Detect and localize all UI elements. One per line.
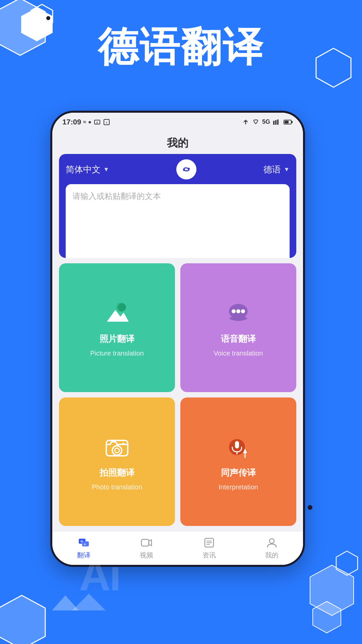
voice-translation-label-en: Voice translation: [214, 350, 263, 357]
picture-translation-label-en: Picture translation: [90, 350, 144, 357]
photo-translation-label-en: Photo translation: [92, 483, 142, 491]
svg-point-27: [115, 448, 119, 453]
svg-rect-10: [273, 121, 275, 125]
interpretation-icon: [223, 432, 253, 462]
svg-rect-15: [292, 121, 293, 123]
nav-label-news: 资讯: [202, 551, 216, 560]
svg-marker-48: [336, 551, 358, 575]
photo-translation-label-cn: 拍照翻译: [100, 467, 134, 479]
main-title: 德语翻译: [0, 20, 362, 75]
nav-item-news[interactable]: 资讯: [202, 537, 216, 560]
input-placeholder: 请输入或粘贴翻译的文本: [72, 192, 161, 201]
picture-translation-label-cn: 照片翻译: [100, 333, 134, 345]
svg-rect-12: [277, 119, 279, 125]
nav-label-video: 视频: [140, 551, 153, 560]
page-title: 我的: [52, 131, 303, 154]
voice-translation-button[interactable]: 语音翻译 Voice translation: [180, 263, 296, 392]
svg-rect-11: [275, 120, 277, 125]
svg-marker-39: [149, 540, 152, 546]
translator-card: 简体中文 ▼ 德语 ▼ 请输入或粘贴翻译的文本: [59, 154, 296, 258]
interpretation-button[interactable]: 同声传译 Interpretation: [180, 397, 296, 526]
interpretation-label-cn: 同声传译: [221, 467, 256, 479]
translation-input-area[interactable]: 请输入或粘贴翻译的文本: [66, 184, 290, 258]
interpretation-label-en: Interpretation: [219, 483, 258, 491]
status-time: 17:09 ≈ ● D 1: [62, 118, 110, 126]
picture-translation-button[interactable]: 照片翻译 Picture translation: [59, 263, 175, 392]
svg-text:A: A: [84, 543, 86, 546]
mine-nav-icon: [266, 537, 278, 549]
source-lang-chevron: ▼: [103, 166, 109, 173]
svg-text:D: D: [96, 121, 98, 124]
photo-translation-icon: [102, 432, 132, 462]
translate-nav-icon: 中 A: [78, 537, 90, 549]
svg-marker-19: [107, 310, 129, 322]
svg-point-24: [241, 309, 245, 313]
svg-rect-38: [141, 539, 149, 546]
svg-point-44: [269, 539, 274, 543]
news-nav-icon: [203, 537, 215, 549]
nav-item-video[interactable]: 视频: [140, 537, 153, 560]
target-lang-chevron: ▼: [284, 166, 290, 173]
svg-marker-46: [313, 601, 341, 633]
svg-rect-30: [235, 441, 239, 448]
svg-marker-47: [0, 595, 45, 644]
source-lang-button[interactable]: 简体中文 ▼: [66, 164, 109, 175]
photo-translation-button[interactable]: 拍照翻译 Photo translation: [59, 397, 175, 526]
voice-translation-label-cn: 语音翻译: [221, 333, 256, 345]
svg-point-20: [118, 303, 126, 311]
nav-label-mine: 我的: [265, 551, 279, 560]
language-row: 简体中文 ▼ 德语 ▼: [66, 159, 290, 179]
voice-translation-icon: [223, 298, 253, 328]
svg-marker-45: [310, 565, 354, 615]
swap-language-button[interactable]: [176, 159, 196, 179]
svg-text:1: 1: [106, 121, 108, 124]
target-lang-button[interactable]: 德语 ▼: [263, 164, 290, 175]
status-bar: 17:09 ≈ ● D 1 5G: [52, 113, 303, 131]
svg-point-28: [122, 443, 124, 445]
status-icons: 5G: [242, 118, 293, 126]
nav-item-mine[interactable]: 我的: [265, 537, 279, 560]
phone-frame: 17:09 ≈ ● D 1 5G 我的 简体中文 ▼: [50, 111, 305, 567]
feature-grid: 照片翻译 Picture translation 语音翻译 Voice tran…: [52, 258, 303, 531]
svg-rect-14: [285, 121, 289, 123]
svg-point-26: [112, 446, 122, 455]
svg-point-22: [232, 309, 236, 313]
picture-translation-icon: [102, 298, 132, 328]
ai-watermark: Ai: [79, 550, 120, 600]
svg-point-23: [236, 309, 240, 313]
video-nav-icon: [140, 537, 153, 549]
